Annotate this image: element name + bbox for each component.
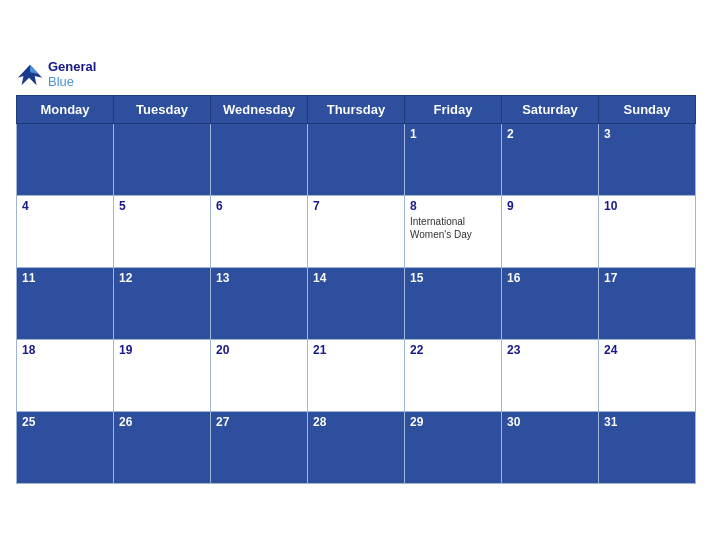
day-number: 26 bbox=[119, 415, 205, 429]
calendar-cell: 22 bbox=[405, 339, 502, 411]
calendar-cell: 8International Women's Day bbox=[405, 195, 502, 267]
day-number: 7 bbox=[313, 199, 399, 213]
day-number: 18 bbox=[22, 343, 108, 357]
calendar-cell: 3 bbox=[599, 123, 696, 195]
day-number: 28 bbox=[313, 415, 399, 429]
calendar-cell: 29 bbox=[405, 411, 502, 483]
calendar-cell: 17 bbox=[599, 267, 696, 339]
day-number: 2 bbox=[507, 127, 593, 141]
day-number: 5 bbox=[119, 199, 205, 213]
week-row-3: 11121314151617 bbox=[17, 267, 696, 339]
day-number: 17 bbox=[604, 271, 690, 285]
calendar-cell: 1 bbox=[405, 123, 502, 195]
calendar-cell: 7 bbox=[308, 195, 405, 267]
calendar-cell: 14 bbox=[308, 267, 405, 339]
day-number: 23 bbox=[507, 343, 593, 357]
calendar-cell: 16 bbox=[502, 267, 599, 339]
weekday-friday: Friday bbox=[405, 95, 502, 123]
day-number: 29 bbox=[410, 415, 496, 429]
calendar-cell bbox=[308, 123, 405, 195]
day-number: 10 bbox=[604, 199, 690, 213]
calendar-cell: 19 bbox=[114, 339, 211, 411]
day-number: 4 bbox=[22, 199, 108, 213]
day-number: 6 bbox=[216, 199, 302, 213]
calendar-cell: 11 bbox=[17, 267, 114, 339]
day-number: 21 bbox=[313, 343, 399, 357]
calendar-cell: 23 bbox=[502, 339, 599, 411]
day-number: 30 bbox=[507, 415, 593, 429]
day-number: 3 bbox=[604, 127, 690, 141]
calendar-cell: 31 bbox=[599, 411, 696, 483]
event-label: International Women's Day bbox=[410, 215, 496, 241]
day-number: 25 bbox=[22, 415, 108, 429]
week-row-4: 18192021222324 bbox=[17, 339, 696, 411]
calendar-cell: 10 bbox=[599, 195, 696, 267]
weekday-monday: Monday bbox=[17, 95, 114, 123]
weekday-wednesday: Wednesday bbox=[211, 95, 308, 123]
weekday-header-row: MondayTuesdayWednesdayThursdayFridaySatu… bbox=[17, 95, 696, 123]
calendar-cell bbox=[17, 123, 114, 195]
calendar-cell: 21 bbox=[308, 339, 405, 411]
calendar-cell: 20 bbox=[211, 339, 308, 411]
calendar-cell: 24 bbox=[599, 339, 696, 411]
day-number: 12 bbox=[119, 271, 205, 285]
calendar-cell: 2 bbox=[502, 123, 599, 195]
calendar-cell: 5 bbox=[114, 195, 211, 267]
calendar-cell: 26 bbox=[114, 411, 211, 483]
calendar-cell bbox=[211, 123, 308, 195]
day-number: 24 bbox=[604, 343, 690, 357]
weekday-sunday: Sunday bbox=[599, 95, 696, 123]
day-number: 8 bbox=[410, 199, 496, 213]
calendar-cell: 18 bbox=[17, 339, 114, 411]
weekday-thursday: Thursday bbox=[308, 95, 405, 123]
calendar-cell: 13 bbox=[211, 267, 308, 339]
day-number: 15 bbox=[410, 271, 496, 285]
day-number: 20 bbox=[216, 343, 302, 357]
logo-icon bbox=[16, 61, 44, 89]
calendar-cell: 9 bbox=[502, 195, 599, 267]
calendar-cell: 15 bbox=[405, 267, 502, 339]
calendar-cell bbox=[114, 123, 211, 195]
weekday-saturday: Saturday bbox=[502, 95, 599, 123]
calendar-container: GeneralBlue MondayTuesdayWednesdayThursd… bbox=[0, 50, 712, 500]
calendar-cell: 6 bbox=[211, 195, 308, 267]
week-row-5: 25262728293031 bbox=[17, 411, 696, 483]
day-number: 31 bbox=[604, 415, 690, 429]
calendar-cell: 27 bbox=[211, 411, 308, 483]
calendar-header: GeneralBlue bbox=[16, 60, 696, 89]
day-number: 19 bbox=[119, 343, 205, 357]
day-number: 16 bbox=[507, 271, 593, 285]
day-number: 22 bbox=[410, 343, 496, 357]
calendar-cell: 12 bbox=[114, 267, 211, 339]
calendar-cell: 25 bbox=[17, 411, 114, 483]
day-number: 9 bbox=[507, 199, 593, 213]
weekday-tuesday: Tuesday bbox=[114, 95, 211, 123]
day-number: 11 bbox=[22, 271, 108, 285]
day-number: 14 bbox=[313, 271, 399, 285]
week-row-2: 45678International Women's Day910 bbox=[17, 195, 696, 267]
calendar-cell: 28 bbox=[308, 411, 405, 483]
calendar-cell: 4 bbox=[17, 195, 114, 267]
day-number: 13 bbox=[216, 271, 302, 285]
calendar-table: MondayTuesdayWednesdayThursdayFridaySatu… bbox=[16, 95, 696, 484]
calendar-cell: 30 bbox=[502, 411, 599, 483]
logo-area: GeneralBlue bbox=[16, 60, 96, 89]
day-number: 27 bbox=[216, 415, 302, 429]
logo-text: GeneralBlue bbox=[48, 60, 96, 89]
day-number: 1 bbox=[410, 127, 496, 141]
week-row-1: 123 bbox=[17, 123, 696, 195]
